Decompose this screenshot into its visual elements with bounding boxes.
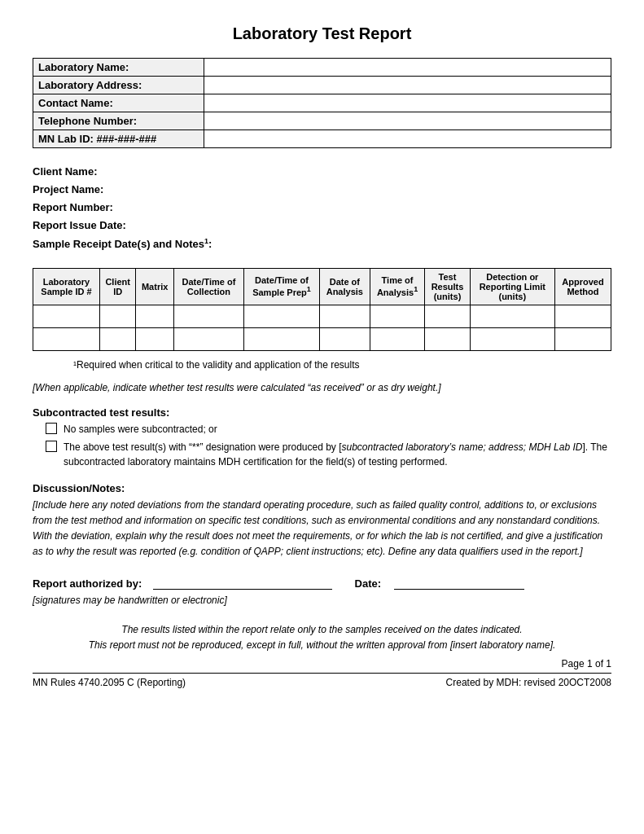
table-cell bbox=[33, 327, 100, 350]
bottom-rule bbox=[33, 673, 611, 674]
subcontracted-section: Subcontracted test results: No samples w… bbox=[33, 406, 611, 469]
info-row-value bbox=[204, 130, 611, 148]
sig-note: [signatures may be handwritten or electr… bbox=[33, 595, 611, 606]
table-header: ApprovedMethod bbox=[554, 268, 611, 305]
subcontracted-item2: The above test result(s) with “**” desig… bbox=[46, 440, 611, 469]
table-cell bbox=[554, 327, 611, 350]
table-cell bbox=[136, 305, 174, 327]
discussion-body: [Include here any noted deviations from … bbox=[33, 498, 611, 560]
discussion-section: Discussion/Notes: [Include here any note… bbox=[33, 482, 611, 560]
info-row-label: Laboratory Name: bbox=[33, 59, 204, 77]
table-cell bbox=[425, 327, 470, 350]
date-field bbox=[394, 577, 524, 590]
footer-center-block: The results listed within the report rel… bbox=[33, 622, 611, 653]
table-cell bbox=[470, 305, 554, 327]
info-row-label: Telephone Number: bbox=[33, 112, 204, 130]
subcontracted-item2-text: The above test result(s) with “**” desig… bbox=[64, 440, 611, 469]
table-header: LaboratorySample ID # bbox=[33, 268, 100, 305]
table-cell bbox=[319, 327, 370, 350]
info-row-value bbox=[204, 77, 611, 94]
table-cell bbox=[370, 327, 425, 350]
footer-rules-ref: MN Rules 4740.2095 C (Reporting) bbox=[33, 677, 186, 688]
table-header: Matrix bbox=[136, 268, 174, 305]
discussion-title: Discussion/Notes: bbox=[33, 482, 611, 494]
info-row-label: Laboratory Address: bbox=[33, 77, 204, 94]
table-cell bbox=[319, 305, 370, 327]
client-name-label: Client Name: bbox=[33, 165, 97, 178]
report-title: Laboratory Test Report bbox=[33, 24, 611, 43]
subcontracted-item1: No samples were subcontracted; or bbox=[46, 422, 611, 437]
report-authorized-label: Report authorized by: bbox=[33, 577, 142, 590]
signature-field bbox=[153, 577, 332, 590]
table-cell bbox=[99, 305, 135, 327]
table-cell bbox=[470, 327, 554, 350]
signature-block: Report authorized by: Date: [signatures … bbox=[33, 577, 611, 606]
sample-data-table: LaboratorySample ID #ClientIDMatrixDate/… bbox=[33, 268, 611, 351]
info-row-value bbox=[204, 112, 611, 130]
info-row-value bbox=[204, 59, 611, 77]
table-header: TestResults(units) bbox=[425, 268, 470, 305]
table-row bbox=[33, 305, 611, 327]
table-row bbox=[33, 327, 611, 350]
project-name-label: Project Name: bbox=[33, 183, 103, 195]
table-header: Time ofAnalysis1 bbox=[370, 268, 425, 305]
subcontracted-title: Subcontracted test results: bbox=[33, 406, 611, 419]
client-info-section: Client Name: Project Name: Report Number… bbox=[33, 163, 611, 253]
report-number-label: Report Number: bbox=[33, 201, 113, 213]
table-cell bbox=[99, 327, 135, 350]
sample-receipt-label: Sample Receipt Date(s) and Notes1: bbox=[33, 238, 212, 250]
report-issue-date-label: Report Issue Date: bbox=[33, 219, 126, 231]
checkbox-2[interactable] bbox=[46, 441, 57, 452]
table-header: Date ofAnalysis bbox=[319, 268, 370, 305]
lab-info-table: Laboratory Name:Laboratory Address:Conta… bbox=[33, 58, 611, 148]
table-cell bbox=[425, 305, 470, 327]
table-header: Detection orReporting Limit(units) bbox=[470, 268, 554, 305]
footer-line1: The results listed within the report rel… bbox=[33, 622, 611, 638]
footer-created-by: Created by MDH: revised 20OCT2008 bbox=[446, 677, 611, 688]
table-cell bbox=[243, 305, 319, 327]
dry-weight-note: [When applicable, indicate whether test … bbox=[33, 382, 611, 393]
info-row-label: MN Lab ID: ###-###-### bbox=[33, 130, 204, 148]
page-number: Page 1 of 1 bbox=[33, 658, 611, 669]
info-row-value bbox=[204, 94, 611, 112]
table-header: Date/Time ofCollection bbox=[173, 268, 243, 305]
table-header: ClientID bbox=[99, 268, 135, 305]
subcontracted-item1-text: No samples were subcontracted; or bbox=[64, 422, 217, 437]
table-header: Date/Time ofSample Prep1 bbox=[243, 268, 319, 305]
signature-line: Report authorized by: Date: bbox=[33, 577, 611, 590]
table-cell bbox=[243, 327, 319, 350]
date-label: Date: bbox=[355, 577, 382, 590]
table-cell bbox=[370, 305, 425, 327]
info-row-label: Contact Name: bbox=[33, 94, 204, 112]
table-footnote: ¹Required when critical to the validity … bbox=[73, 359, 611, 371]
table-cell bbox=[173, 327, 243, 350]
table-cell bbox=[554, 305, 611, 327]
checkbox-1[interactable] bbox=[46, 423, 57, 434]
footer-line2: This report must not be reproduced, exce… bbox=[33, 638, 611, 653]
table-cell bbox=[136, 327, 174, 350]
table-cell bbox=[33, 305, 100, 327]
footer-bottom: MN Rules 4740.2095 C (Reporting) Created… bbox=[33, 677, 611, 688]
table-cell bbox=[173, 305, 243, 327]
